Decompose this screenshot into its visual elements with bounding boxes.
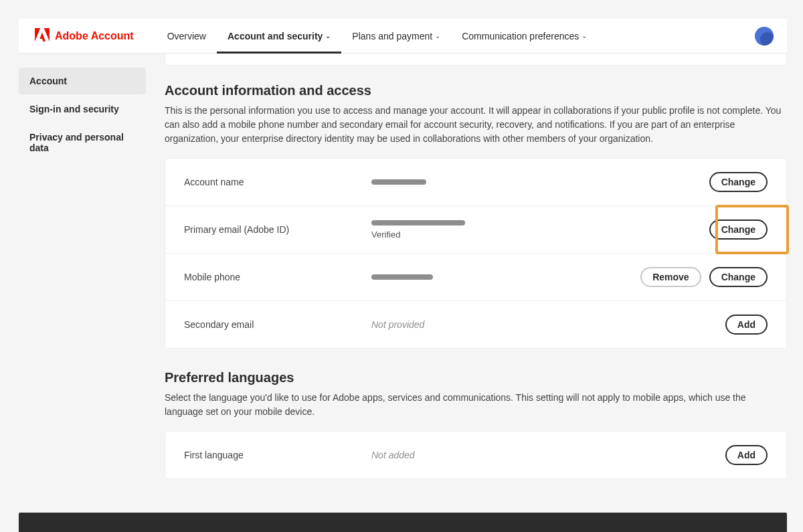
account-info-panel: Account name Change Primary email (Adobe… (165, 158, 787, 349)
account-name-value-redacted (371, 179, 426, 185)
mobile-phone-label: Mobile phone (184, 272, 371, 282)
brand[interactable]: Adobe Account (35, 28, 134, 43)
nav-plans-payment[interactable]: Plans and payment ⌄ (341, 19, 451, 54)
nav-account-security-label: Account and security (228, 31, 323, 41)
account-name-label: Account name (184, 177, 371, 187)
sidebar-item-label: Sign-in and security (29, 104, 119, 114)
primary-email-value-redacted (371, 220, 465, 226)
sidebar-item-privacy[interactable]: Privacy and personal data (19, 124, 146, 161)
account-info-title: Account information and access (165, 83, 787, 98)
add-secondary-email-button[interactable]: Add (725, 315, 768, 335)
row-mobile-phone: Mobile phone Remove Change (165, 254, 786, 301)
primary-nav: Overview Account and security ⌄ Plans an… (157, 19, 598, 54)
sidebar-item-account[interactable]: Account (19, 68, 146, 94)
row-account-name: Account name Change (165, 159, 786, 206)
row-secondary-email: Secondary email Not provided Add (165, 301, 786, 348)
nav-plans-payment-label: Plans and payment (352, 31, 432, 41)
brand-name: Adobe Account (55, 30, 134, 42)
nav-overview-label: Overview (167, 31, 206, 41)
add-first-language-button[interactable]: Add (725, 445, 768, 465)
mobile-phone-value-redacted (371, 274, 433, 280)
chevron-down-icon: ⌄ (582, 32, 587, 39)
top-navigation-bar: Adobe Account Overview Account and secur… (19, 19, 787, 54)
change-primary-email-button[interactable]: Change (709, 219, 768, 240)
nav-communication-label: Communication preferences (462, 31, 579, 41)
languages-description: Select the language you'd like to use fo… (165, 391, 787, 419)
secondary-email-label: Secondary email (184, 319, 371, 330)
row-first-language: First language Not added Add (165, 432, 786, 478)
remove-mobile-phone-button[interactable]: Remove (640, 267, 701, 287)
avatar[interactable] (755, 27, 774, 46)
secondary-email-value: Not provided (371, 319, 725, 330)
account-info-description: This is the personal information you use… (165, 104, 787, 146)
footer (19, 513, 787, 532)
languages-panel: First language Not added Add (165, 431, 787, 479)
primary-email-status: Verified (371, 230, 709, 240)
nav-communication[interactable]: Communication preferences ⌄ (451, 19, 598, 54)
change-mobile-phone-button[interactable]: Change (709, 267, 768, 287)
adobe-logo-icon (35, 28, 50, 43)
languages-title: Preferred languages (165, 370, 787, 385)
previous-card-stub (165, 54, 787, 66)
sidebar-item-label: Privacy and personal data (29, 132, 124, 153)
first-language-value: Not added (371, 450, 725, 460)
sidebar: Account Sign-in and security Privacy and… (19, 54, 146, 479)
primary-email-label: Primary email (Adobe ID) (184, 224, 371, 235)
content-area: Account information and access This is t… (146, 54, 787, 479)
chevron-down-icon: ⌄ (435, 32, 440, 39)
sidebar-item-label: Account (29, 76, 67, 86)
nav-overview[interactable]: Overview (157, 19, 217, 54)
row-primary-email: Primary email (Adobe ID) Verified Change (165, 206, 786, 254)
change-account-name-button[interactable]: Change (709, 172, 768, 192)
first-language-label: First language (184, 450, 371, 460)
nav-account-security[interactable]: Account and security ⌄ (217, 19, 341, 54)
chevron-down-icon: ⌄ (325, 32, 331, 39)
sidebar-item-signin-security[interactable]: Sign-in and security (19, 96, 146, 122)
